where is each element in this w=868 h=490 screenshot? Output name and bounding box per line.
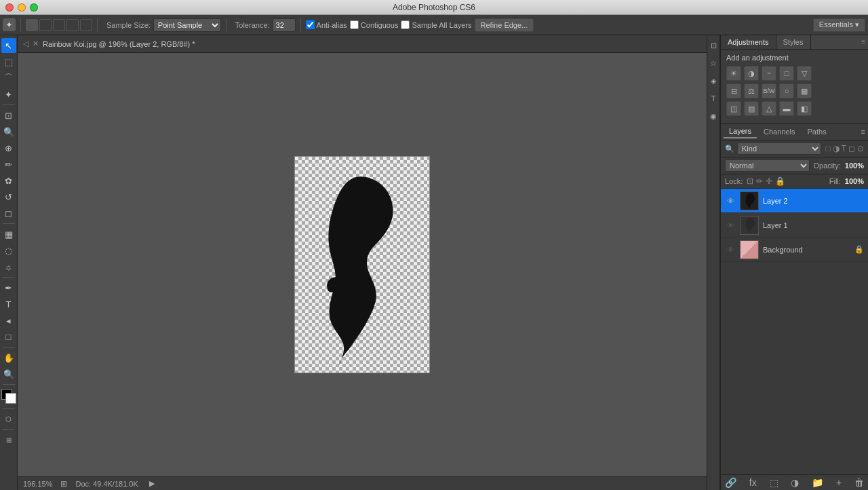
filter-type-icon[interactable]: T: [842, 144, 846, 153]
anti-alias-checkbox[interactable]: [306, 20, 315, 29]
gradient-tool[interactable]: ▦: [1, 227, 16, 242]
anti-alias-group[interactable]: Anti-alias: [306, 20, 347, 29]
effects-icon[interactable]: fx: [749, 477, 757, 488]
layers-panel-menu-icon[interactable]: ≡: [861, 128, 865, 136]
new-layer-icon[interactable]: +: [836, 477, 842, 488]
layer-visibility-layer2[interactable]: 👁: [725, 195, 736, 206]
paths-tab[interactable]: Paths: [802, 126, 832, 138]
move-tool[interactable]: ↖: [1, 38, 16, 53]
3d-tool[interactable]: ◉: [707, 109, 719, 124]
history-tool[interactable]: ↺: [1, 189, 16, 204]
intersect-selection-btn[interactable]: [66, 19, 79, 31]
bw-adj-icon[interactable]: B/W: [762, 83, 776, 98]
tab-close-icon[interactable]: ✕: [33, 39, 39, 48]
styles-tab[interactable]: Styles: [776, 35, 811, 49]
channelmixer-adj-icon[interactable]: ▦: [797, 83, 812, 98]
filter-pixel-icon[interactable]: □: [825, 144, 830, 153]
lock-position-icon[interactable]: ✛: [766, 176, 772, 186]
document-tab[interactable]: ◁ ✕ Rainbow Koi.jpg @ 196% (Layer 2, RGB…: [18, 35, 707, 53]
brightness-adj-icon[interactable]: ☀: [726, 66, 741, 81]
essentials-button[interactable]: Essentials ▾: [813, 18, 865, 32]
threshold-adj-icon[interactable]: △: [762, 101, 776, 116]
adjustments-tab[interactable]: Adjustments: [721, 35, 776, 49]
type-tool[interactable]: T: [1, 297, 16, 312]
refine-edge-button[interactable]: Refine Edge...: [475, 18, 534, 32]
layer-visibility-background[interactable]: 👁: [725, 244, 736, 255]
lock-transparency-icon[interactable]: ⊡: [747, 176, 753, 186]
invert-adj-icon[interactable]: ◫: [726, 101, 741, 116]
active-tool-indicator[interactable]: ✦: [3, 18, 16, 31]
filter-adjust-icon[interactable]: ◑: [833, 144, 840, 153]
subtract-selection-btn[interactable]: [53, 19, 65, 31]
sample-selection-btn[interactable]: [80, 19, 92, 31]
panel-collapse-icon[interactable]: ≡: [861, 38, 865, 49]
crop-tool[interactable]: ⊡: [1, 108, 16, 123]
refine-tool[interactable]: ☆: [707, 56, 719, 71]
colorbalance-adj-icon[interactable]: ⚖: [744, 83, 759, 98]
vibrance-adj-icon[interactable]: ▽: [797, 66, 812, 81]
content-aware-tool[interactable]: ◈: [707, 73, 719, 88]
sample-all-layers-checkbox[interactable]: [401, 20, 410, 29]
levels-adj-icon[interactable]: ◑: [744, 66, 759, 81]
photofilter-adj-icon[interactable]: ○: [779, 83, 794, 98]
blend-mode-select[interactable]: Normal: [725, 159, 810, 172]
hsl-adj-icon[interactable]: ⊟: [726, 83, 741, 98]
path-select-tool[interactable]: ◂: [1, 313, 16, 328]
lock-paint-icon[interactable]: ✏: [756, 176, 763, 186]
maximize-button[interactable]: [30, 3, 38, 12]
screen-mode-tool[interactable]: ⊞: [1, 432, 16, 447]
exposure-adj-icon[interactable]: □: [779, 66, 794, 81]
new-selection-btn[interactable]: [26, 19, 38, 31]
shape-tool[interactable]: □: [1, 329, 16, 344]
fill-value[interactable]: 100%: [845, 177, 864, 185]
canvas-container[interactable]: [18, 53, 707, 476]
toolbar: ✦ Sample Size: Point Sample Tolerance: A…: [0, 15, 868, 35]
contiguous-checkbox[interactable]: [350, 20, 359, 29]
group-icon[interactable]: 📁: [812, 477, 823, 488]
tolerance-input[interactable]: [273, 18, 296, 32]
close-button[interactable]: [5, 3, 14, 12]
pen-tool[interactable]: ✒: [1, 280, 16, 295]
quick-mask-tool[interactable]: ⬡: [1, 411, 16, 426]
canvas-document[interactable]: [294, 156, 430, 373]
layer-row-layer2[interactable]: 👁 Layer 2: [721, 189, 868, 213]
sample-all-layers-group[interactable]: Sample All Layers: [401, 20, 471, 29]
clone-tool[interactable]: ✿: [1, 173, 16, 188]
lock-all-icon[interactable]: 🔒: [775, 176, 785, 186]
minimize-button[interactable]: [18, 3, 26, 12]
brush-tool[interactable]: ✏: [1, 157, 16, 172]
layers-tab[interactable]: Layers: [724, 125, 757, 138]
channels-tab[interactable]: Channels: [758, 126, 800, 138]
layer-row-layer1[interactable]: 👁 Layer 1: [721, 213, 868, 238]
type-tool-v[interactable]: T: [707, 91, 719, 106]
filter-smart-icon[interactable]: ⊙: [857, 144, 864, 153]
eraser-tool[interactable]: ◻: [1, 206, 16, 221]
selective-color-adj-icon[interactable]: ◧: [797, 101, 812, 116]
adjustment-tool[interactable]: ⊡: [707, 38, 719, 53]
layer-row-background[interactable]: 👁 Background 🔒: [721, 238, 868, 262]
eyedropper-tool[interactable]: 🔍: [1, 124, 16, 139]
mask-icon[interactable]: ⬚: [770, 477, 778, 488]
sample-size-select[interactable]: Point Sample: [153, 18, 221, 32]
lasso-tool[interactable]: ⌒: [1, 71, 16, 86]
add-link-icon[interactable]: 🔗: [725, 477, 736, 488]
blur-tool[interactable]: ◌: [1, 243, 16, 258]
healing-tool[interactable]: ⊕: [1, 140, 16, 155]
posterize-adj-icon[interactable]: ▤: [744, 101, 759, 116]
layer-visibility-layer1[interactable]: 👁: [725, 220, 736, 231]
gradient-map-adj-icon[interactable]: ▬: [779, 101, 794, 116]
quick-select-tool[interactable]: ✦: [1, 87, 16, 102]
foreground-color[interactable]: [1, 389, 16, 404]
opacity-value[interactable]: 100%: [845, 162, 864, 170]
selection-tool[interactable]: ⬚: [1, 54, 16, 69]
curves-adj-icon[interactable]: ~: [762, 66, 776, 81]
contiguous-group[interactable]: Contiguous: [350, 20, 399, 29]
filter-shape-icon[interactable]: ◻: [848, 144, 855, 153]
zoom-tool[interactable]: 🔍: [1, 366, 16, 381]
hand-tool[interactable]: ✋: [1, 350, 16, 365]
adjustment-add-icon[interactable]: ◑: [791, 477, 799, 488]
add-selection-btn[interactable]: [39, 19, 52, 31]
filter-type-select[interactable]: Kind: [737, 143, 821, 155]
delete-layer-icon[interactable]: 🗑: [854, 477, 864, 488]
dodge-tool[interactable]: ☼: [1, 259, 16, 274]
